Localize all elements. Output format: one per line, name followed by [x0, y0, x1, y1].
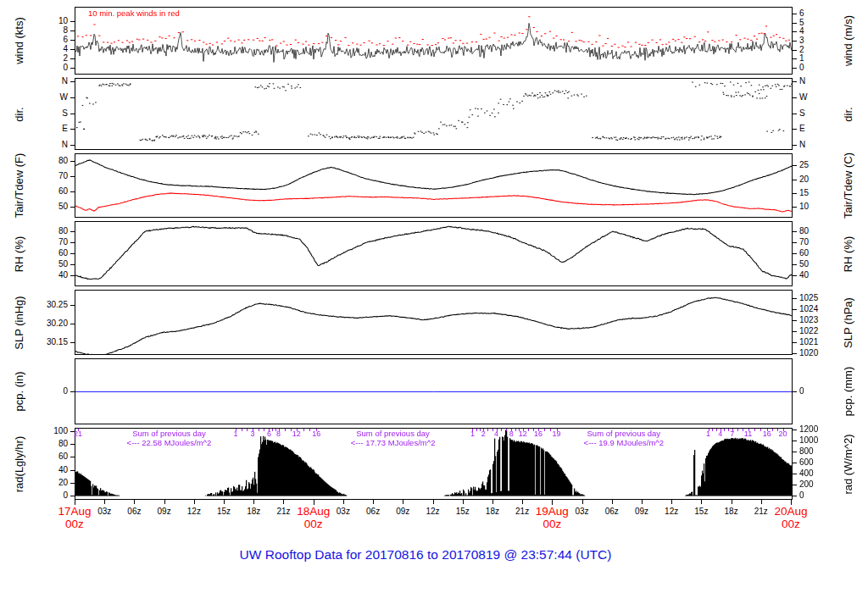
y-tick-label-left: 80	[25, 157, 68, 165]
y-tick-label-left: 4	[25, 45, 68, 53]
y-tick-label-left: 40	[25, 466, 68, 474]
y-tick-left	[70, 496, 75, 496]
panel-rh	[75, 221, 793, 286]
y-tick-right	[793, 41, 797, 42]
y-tick-right	[793, 342, 797, 343]
x-hour-label: 15z	[694, 507, 708, 516]
y-tick-left	[70, 264, 75, 265]
y-tick-label-right: 6	[799, 9, 842, 18]
y-tick-left	[70, 58, 75, 59]
rad-hour-minor-tick	[501, 429, 502, 431]
y-tick-label-right: 70	[799, 238, 842, 247]
panel-wind	[75, 7, 793, 75]
axis-title-left-slp-text: SLP (inHg)	[13, 296, 25, 349]
panel-dir-plot	[75, 79, 792, 149]
y-tick-label-right: 1022	[799, 327, 842, 335]
rad-hour-minor-tick	[259, 429, 259, 431]
y-tick-right	[793, 145, 797, 146]
y-tick-label-right: 0	[799, 64, 842, 72]
y-tick-label-right: E	[799, 125, 842, 133]
y-tick-label-left: 50	[25, 202, 68, 211]
y-tick-right	[793, 496, 797, 496]
x-hour-tick	[343, 500, 344, 504]
x-hour-tick	[492, 500, 493, 504]
y-tick-right	[793, 14, 797, 14]
x-hour-tick	[701, 500, 702, 504]
figure-title: UW Rooftop Data for 20170816 to 20170819…	[0, 547, 851, 563]
rad-sum-annotation: Sum of previous day<--- 19.9 MJoules/m^2	[584, 430, 664, 447]
panel-pcp-plot	[75, 359, 792, 424]
x-hour-label: 03z	[97, 507, 111, 516]
x-hour-label: 12z	[187, 507, 201, 516]
y-tick-left	[70, 21, 75, 22]
rad-sum-label: Sum of previous day	[584, 430, 664, 439]
x-hour-tick	[283, 500, 284, 504]
y-tick-label-right: 10	[799, 202, 842, 211]
y-tick-label-right: 800	[799, 447, 842, 456]
y-tick-label-left: 10	[25, 17, 68, 25]
rad-hour-minor-tick	[544, 429, 545, 431]
rad-hour-minor-tick	[492, 429, 493, 431]
rad-hour-label: 8	[509, 430, 514, 438]
y-tick-right	[793, 452, 797, 452]
rad-hour-minor-tick	[476, 429, 477, 431]
rad-hour-minor-tick	[506, 429, 507, 431]
rad-hour-label: 4	[718, 430, 722, 438]
y-tick-left	[70, 49, 75, 50]
panel-dir	[75, 78, 793, 150]
rad-sum-value: <--- 17.73 MJoules/m^2	[351, 439, 436, 448]
rad-hour-minor-tick	[728, 429, 729, 431]
axis-title-right-temp-text: Tair/Tdew (C)	[842, 152, 854, 219]
rad-hour-minor-tick	[772, 429, 773, 431]
y-tick-right	[793, 253, 797, 254]
x-hour-tick	[522, 500, 523, 504]
x-hour-tick	[104, 500, 105, 504]
y-tick-label-left: 0	[25, 64, 68, 72]
y-tick-right	[793, 320, 797, 321]
x-hour-label: 21z	[754, 507, 768, 516]
y-tick-left	[70, 30, 75, 31]
y-tick-label-left: 6	[25, 36, 68, 44]
y-tick-left	[70, 324, 75, 324]
axis-title-left-wind-text: wind (kts)	[13, 17, 25, 64]
x-hour-tick	[224, 500, 225, 504]
rad-hour-minor-tick	[272, 429, 273, 431]
rad-hour-label: 1	[470, 430, 475, 438]
rad-hour-label: 1	[234, 430, 238, 438]
y-tick-left	[70, 305, 75, 306]
axis-title-left-rad-text: rad(Lgly/hr)	[13, 435, 25, 491]
panel-temp-plot	[75, 154, 792, 217]
rad-hour-label: 3	[251, 430, 255, 438]
y-tick-label-left: 20	[25, 479, 68, 487]
y-tick-right	[793, 23, 797, 24]
y-tick-label-left: 60	[25, 249, 68, 258]
rad-hour-minor-tick	[303, 429, 304, 431]
y-tick-left	[70, 342, 75, 343]
rad-hour-label: 16	[534, 430, 542, 438]
rad-sum-label: Sum of previous day	[127, 430, 212, 439]
y-tick-right	[793, 391, 797, 392]
axis-title-right-rad-text: rad (W/m^2)	[842, 434, 854, 494]
x-day-zero: 00z	[58, 518, 91, 530]
y-tick-left	[70, 275, 75, 276]
y-tick-label-right: 50	[799, 260, 842, 269]
y-tick-left	[70, 97, 75, 98]
y-tick-left	[70, 457, 75, 457]
y-tick-label-right: 600	[799, 458, 842, 467]
y-tick-label-right: 400	[799, 469, 842, 478]
y-tick-right	[793, 353, 797, 354]
rad-hour-minor-tick	[716, 429, 717, 431]
y-tick-label-right: 4	[799, 27, 842, 36]
y-tick-label-left: 30.20	[25, 319, 68, 328]
x-hour-label: 18z	[247, 507, 260, 516]
x-day-name: 20Aug	[774, 505, 807, 518]
rad-hour-label: 7	[730, 430, 734, 438]
y-tick-label-left: 100	[25, 427, 68, 435]
rad-hour-minor-tick	[291, 429, 292, 431]
y-tick-label-right: 40	[799, 271, 842, 280]
x-day-label: 17Aug00z	[58, 505, 91, 530]
y-tick-label-right: 20	[799, 175, 842, 184]
y-tick-label-right: 200	[799, 480, 842, 489]
y-tick-left	[70, 191, 75, 192]
y-tick-label-right: 1020	[799, 349, 842, 357]
